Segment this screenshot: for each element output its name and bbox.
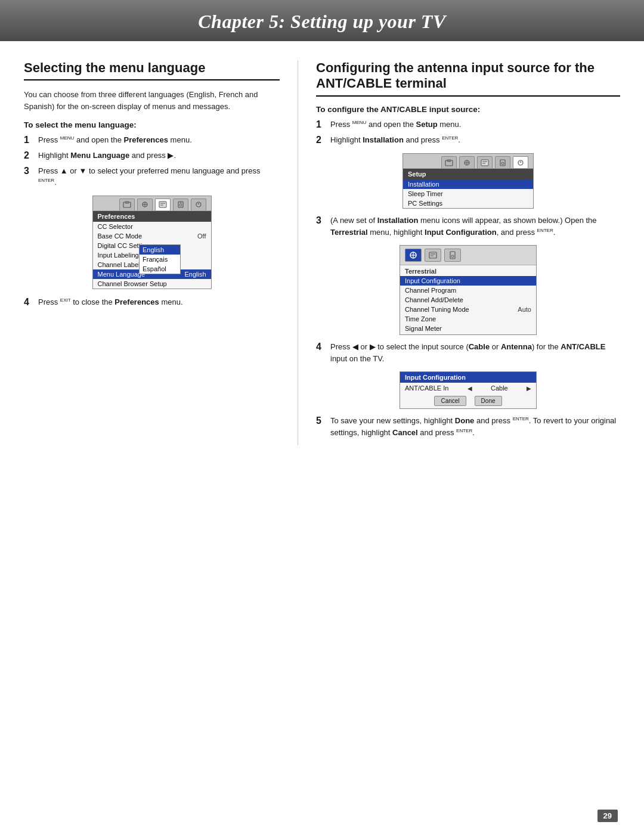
input-config-ui-box: Input Configuration ANT/CABLE In ◀ Cable…	[400, 371, 537, 409]
install-tabs-row	[400, 246, 536, 265]
setup-ui-box: Setup Installation Sleep Timer PC Settin…	[402, 153, 534, 209]
left-steps-continued: 4 Press EXIT to close the Preferences me…	[24, 296, 280, 309]
svg-rect-1	[125, 201, 129, 203]
setup-tab-2	[459, 156, 475, 168]
setup-tab-4	[495, 156, 510, 168]
arrow-left-icon: ◀	[467, 385, 472, 392]
install-icon-2	[425, 249, 441, 262]
right-step-1: 1 Press MENU and open the Setup menu.	[316, 119, 620, 131]
enter-icon-r3: ENTER	[513, 416, 529, 421]
enter-icon: ENTER	[38, 178, 54, 183]
right-step-5: 5 To save your new settings, highlight D…	[316, 415, 620, 438]
enter-icon-r: ENTER	[442, 135, 458, 140]
right-step-4-list: 4 Press ◀ or ▶ to select the input sourc…	[316, 341, 620, 364]
step-2: 2 Highlight Menu Language and press ▶.	[24, 150, 280, 162]
prefs-menu-label: Preferences	[93, 211, 211, 222]
right-step-5-list: 5 To save your new settings, highlight D…	[316, 415, 620, 438]
cable-value: Cable	[491, 385, 508, 392]
lang-english: English	[140, 245, 180, 255]
page-number: 29	[597, 810, 618, 822]
tab-icon-3	[155, 199, 171, 210]
pref-item-channel-browser: Channel Browser Setup	[93, 279, 211, 289]
lang-spanish: Español	[140, 264, 180, 274]
intro-text: You can choose from three different lang…	[24, 89, 280, 112]
language-submenu: English Français Español	[139, 244, 181, 274]
setup-tab-1	[441, 156, 457, 168]
tab-icon-4	[173, 199, 188, 210]
input-config-header: Input Configuration	[400, 372, 536, 383]
prefs-tabs-row	[93, 196, 211, 211]
input-config-row: ANT/CABLE In ◀ Cable ▶	[400, 383, 536, 393]
step-4: 4 Press EXIT to close the Preferences me…	[24, 296, 280, 309]
tab-icon-2	[137, 199, 153, 210]
right-column: Configuring the antenna input source for…	[298, 60, 620, 445]
setup-tabs-row	[403, 154, 533, 169]
install-item-input-config: Input Configuration	[400, 276, 536, 286]
pref-item-cc-selector: CC Selector	[93, 222, 211, 231]
right-sub-heading: To configure the ANT/CABLE input source:	[316, 105, 620, 114]
step-1: 1 Press MENU and open the Preferences me…	[24, 134, 280, 147]
install-icon-3	[444, 249, 461, 262]
enter-icon-r4: ENTER	[456, 428, 472, 433]
menu-icon: MENU	[60, 135, 75, 141]
right-step-3-list: 3 (A new set of Installation menu icons …	[316, 215, 620, 238]
left-steps: 1 Press MENU and open the Preferences me…	[24, 134, 280, 188]
chapter-header: Chapter 5: Setting up your TV	[0, 0, 644, 41]
left-sub-heading: To select the menu language:	[24, 120, 280, 129]
right-steps: 1 Press MENU and open the Setup menu. 2 …	[316, 119, 620, 147]
left-section-heading: Selecting the menu language	[24, 60, 280, 80]
arrow-right-icon: ▶	[527, 385, 531, 392]
install-item-time-zone: Time Zone	[400, 314, 536, 324]
content-area: Selecting the menu language You can choo…	[0, 60, 644, 445]
install-icon-active	[405, 249, 422, 262]
setup-tab-3	[477, 156, 493, 168]
right-step-2: 2 Highlight Installation and press ENTER…	[316, 134, 620, 147]
install-menu-body: Terrestrial Input Configuration Channel …	[400, 265, 536, 334]
tab-icon-1	[119, 199, 135, 210]
preferences-ui-box: Preferences CC Selector Base CC ModeOff …	[92, 196, 212, 289]
lang-french: Français	[140, 255, 180, 264]
install-item-channel-program: Channel Program	[400, 286, 536, 295]
pref-item-base-cc: Base CC ModeOff	[93, 231, 211, 241]
svg-rect-5	[159, 201, 166, 207]
installation-ui-box: Terrestrial Input Configuration Channel …	[400, 245, 537, 335]
svg-rect-13	[447, 160, 451, 162]
right-section-heading: Configuring the antenna input source for…	[316, 60, 620, 97]
step-3: 3 Press ▲ or ▼ to select your preferred …	[24, 165, 280, 188]
install-sublabel: Terrestrial	[400, 266, 536, 276]
svg-rect-26	[429, 252, 436, 258]
svg-point-10	[179, 204, 182, 206]
ant-cable-label: ANT/CABLE In	[405, 385, 448, 392]
setup-tab-5	[513, 156, 528, 168]
tab-icon-5	[191, 199, 206, 210]
setup-item-sleep-timer: Sleep Timer	[403, 189, 533, 199]
svg-point-21	[501, 162, 504, 165]
install-item-channel-tuning: Channel Tuning ModeAuto	[400, 305, 536, 314]
svg-point-30	[451, 255, 454, 258]
done-button[interactable]: Done	[475, 396, 502, 406]
install-item-channel-add-delete: Channel Add/Delete	[400, 295, 536, 305]
input-config-buttons: Cancel Done	[400, 393, 536, 408]
menu-icon-r: MENU	[352, 119, 367, 125]
setup-menu-label: Setup	[403, 169, 533, 179]
chapter-title: Chapter 5: Setting up your TV	[198, 11, 445, 32]
cancel-button[interactable]: Cancel	[434, 396, 466, 406]
enter-icon-r2: ENTER	[537, 228, 553, 233]
preferences-ui-container: Preferences CC Selector Base CC ModeOff …	[24, 196, 280, 289]
svg-rect-17	[481, 160, 488, 166]
right-step-4: 4 Press ◀ or ▶ to select the input sourc…	[316, 341, 620, 364]
setup-item-pc-settings: PC Settings	[403, 199, 533, 208]
right-step-3: 3 (A new set of Installation menu icons …	[316, 215, 620, 238]
left-column: Selecting the menu language You can choo…	[24, 60, 298, 445]
install-item-signal-meter: Signal Meter	[400, 324, 536, 333]
setup-item-installation: Installation	[403, 179, 533, 189]
exit-icon: EXIT	[60, 297, 71, 303]
